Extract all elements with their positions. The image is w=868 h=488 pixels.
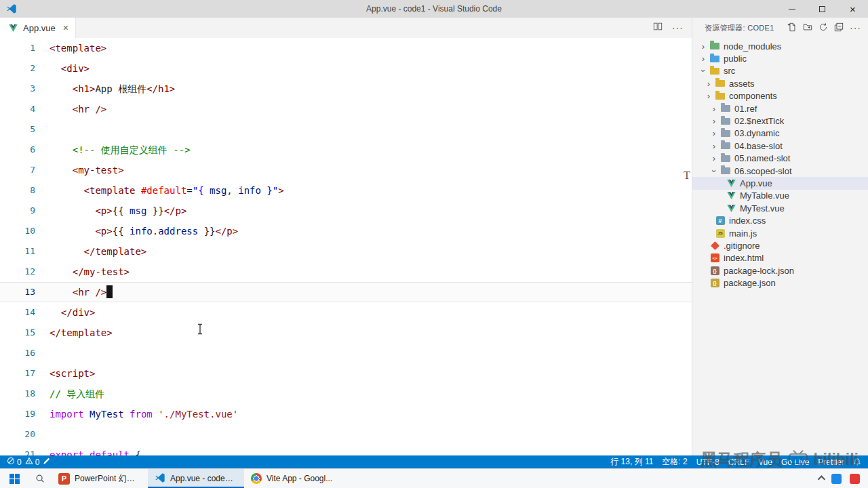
code-text: export default {: [35, 445, 141, 455]
tree-item-mytest.vue[interactable]: MyTest.vue: [692, 202, 868, 214]
code-line-21[interactable]: 21export default {: [0, 445, 692, 455]
go-live-button[interactable]: Go Live: [781, 458, 809, 467]
code-line-10[interactable]: 10 <p>{{ info.address }}</p>: [0, 221, 692, 241]
line-number: 8: [0, 180, 35, 201]
line-number: 1: [0, 38, 35, 58]
tree-item-03.dynamic[interactable]: ›03.dynamic: [692, 127, 868, 140]
tree-item-index.css[interactable]: #index.css: [692, 214, 868, 226]
tray-red-app-icon[interactable]: [850, 474, 860, 484]
tree-item-04.base-slot[interactable]: ›04.base-slot: [692, 140, 868, 152]
chevron-right-icon[interactable]: ›: [709, 141, 719, 151]
tree-item-.gitignore[interactable]: .gitignore: [692, 239, 868, 251]
tree-item-05.named-slot[interactable]: ›05.named-slot: [692, 152, 868, 165]
code-text: <p>{{ msg }}</p>: [35, 201, 186, 221]
code-line-3[interactable]: 3 <h1>App 根组件</h1>: [0, 79, 692, 99]
chevron-right-icon[interactable]: ›: [709, 128, 719, 138]
code-line-13[interactable]: 13 <hr />: [0, 282, 692, 302]
tree-item-label: components: [729, 91, 777, 101]
code-line-11[interactable]: 11 </template>: [0, 241, 692, 262]
tree-item-02.$nexttick[interactable]: ›02.$nextTick: [692, 115, 868, 127]
code-text: [35, 343, 50, 363]
taskbar-search-icon[interactable]: [28, 469, 52, 488]
code-editor[interactable]: 1<template>2 <div>3 <h1>App 根组件</h1>4 <h…: [0, 38, 692, 455]
formatter-status[interactable]: Prettier: [818, 458, 844, 467]
line-number: 7: [0, 160, 35, 180]
tree-item-node_modules[interactable]: ›node_modules: [692, 40, 868, 52]
code-text: </div>: [35, 302, 95, 323]
problems-warnings[interactable]: 0: [25, 457, 40, 467]
notifications-bell-icon[interactable]: [853, 458, 861, 466]
code-line-8[interactable]: 8 <template #default="{ msg, info }">: [0, 180, 692, 201]
tree-item-main.js[interactable]: JSmain.js: [692, 227, 868, 239]
views-more-icon[interactable]: ···: [850, 22, 861, 33]
chevron-right-icon[interactable]: ›: [703, 91, 714, 101]
refresh-icon[interactable]: [818, 22, 828, 34]
tree-item-src[interactable]: ›src: [692, 65, 868, 77]
code-line-20[interactable]: 20: [0, 424, 692, 445]
maximize-button[interactable]: [807, 0, 837, 18]
code-line-17[interactable]: 17<script>: [0, 363, 692, 384]
taskbar-app-chrome[interactable]: Vite App - Googl...: [244, 469, 339, 488]
code-line-9[interactable]: 9 <p>{{ msg }}</p>: [0, 201, 692, 221]
taskbar-app-powerpoint[interactable]: PPowerPoint 幻灯...: [52, 469, 148, 488]
line-number: 11: [0, 241, 35, 262]
git-icon: [709, 243, 721, 249]
minimize-button[interactable]: [776, 0, 807, 18]
folder-icon: [714, 93, 726, 100]
start-button[interactable]: [0, 469, 28, 488]
code-line-4[interactable]: 4 <hr />: [0, 99, 692, 119]
eol-sequence[interactable]: CRLF: [728, 458, 749, 467]
code-line-12[interactable]: 12 </my-test>: [0, 262, 692, 282]
tray-chevron-up-icon[interactable]: [818, 472, 823, 485]
tree-item-components[interactable]: ›components: [692, 90, 868, 102]
code-line-19[interactable]: 19import MyTest from './MyTest.vue': [0, 404, 692, 424]
chevron-down-icon[interactable]: ›: [709, 165, 719, 176]
tree-item-01.ref[interactable]: ›01.ref: [692, 102, 868, 115]
taskbar-app-vscode[interactable]: App.vue - code1 - ...: [148, 469, 244, 488]
line-number: 20: [0, 424, 35, 445]
tab-bar: App.vue × ···: [0, 18, 692, 38]
tree-item-public[interactable]: ›public: [692, 52, 868, 64]
encoding[interactable]: UTF-8: [696, 458, 719, 467]
chevron-right-icon[interactable]: ›: [709, 116, 719, 126]
code-line-16[interactable]: 16: [0, 343, 692, 363]
code-line-7[interactable]: 7 <my-test>: [0, 160, 692, 180]
tree-item-package.json[interactable]: {}package.json: [692, 277, 868, 289]
close-button[interactable]: ×: [837, 0, 868, 18]
tree-item-mytable.vue[interactable]: MyTable.vue: [692, 190, 868, 202]
code-text: </template>: [35, 241, 146, 262]
chevron-right-icon[interactable]: ›: [709, 153, 719, 163]
tree-item-assets[interactable]: ›assets: [692, 77, 868, 89]
indentation[interactable]: 空格: 2: [662, 456, 687, 468]
tree-item-label: 04.base-slot: [734, 141, 783, 151]
code-line-18[interactable]: 18// 导入组件: [0, 384, 692, 404]
chevron-right-icon[interactable]: ›: [698, 41, 709, 52]
chevron-right-icon[interactable]: ›: [709, 104, 719, 114]
code-line-2[interactable]: 2 <div>: [0, 58, 692, 79]
chevron-down-icon[interactable]: ›: [698, 66, 709, 77]
chevron-right-icon[interactable]: ›: [698, 54, 709, 64]
more-actions-icon[interactable]: ···: [672, 22, 684, 33]
collapse-all-icon[interactable]: [834, 22, 844, 34]
tree-item-index.html[interactable]: <>index.html: [692, 252, 868, 264]
code-line-1[interactable]: 1<template>: [0, 38, 692, 58]
code-line-6[interactable]: 6 <!-- 使用自定义组件 -->: [0, 140, 692, 160]
split-editor-icon[interactable]: [653, 22, 663, 34]
tree-item-app.vue[interactable]: App.vue: [692, 177, 868, 189]
chevron-right-icon[interactable]: ›: [703, 79, 714, 89]
code-line-5[interactable]: 5: [0, 119, 692, 140]
code-line-15[interactable]: 15</template>: [0, 323, 692, 343]
tree-item-package-lock.json[interactable]: {}package-lock.json: [692, 264, 868, 277]
tab-app-vue[interactable]: App.vue ×: [0, 18, 76, 38]
problems-errors[interactable]: 0: [7, 457, 22, 467]
tab-close-icon[interactable]: ×: [63, 23, 68, 33]
cursor-position[interactable]: 行 13, 列 11: [610, 456, 653, 468]
tray-blue-app-icon[interactable]: [831, 474, 842, 484]
main-area: App.vue × ··· 1<template>2 <div>3 <h1>Ap…: [0, 18, 868, 455]
code-line-14[interactable]: 14 </div>: [0, 302, 692, 323]
edit-indicator[interactable]: [43, 458, 50, 467]
new-file-icon[interactable]: [787, 22, 797, 34]
tree-item-06.scoped-slot[interactable]: ›06.scoped-slot: [692, 165, 868, 177]
new-folder-icon[interactable]: [803, 22, 812, 34]
language-mode[interactable]: Vue: [758, 458, 772, 467]
